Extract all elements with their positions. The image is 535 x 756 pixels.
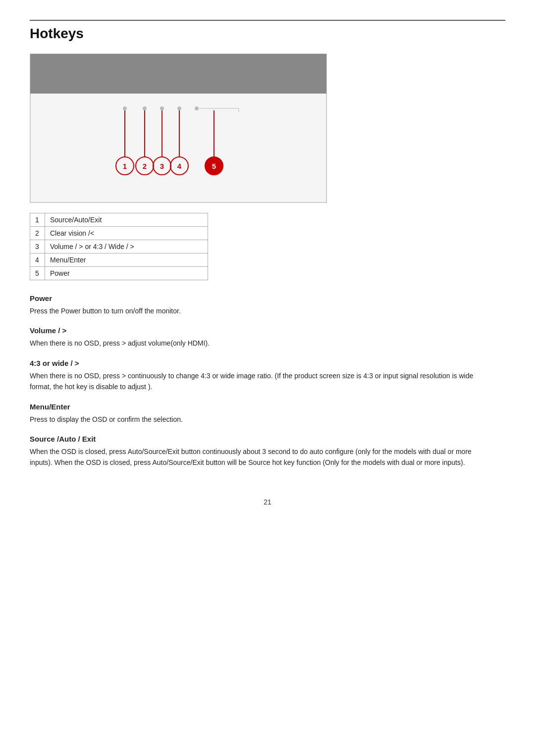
- row-label: Clear vision /<: [45, 227, 208, 240]
- row-label: Power: [45, 267, 208, 280]
- table-row: 4Menu/Enter: [30, 253, 208, 267]
- hotkey-table: 1Source/Auto/Exit2Clear vision /<3Volume…: [30, 213, 208, 280]
- top-border: [30, 20, 505, 21]
- section-ratio: 4:3 or wide / >When there is no OSD, pre…: [30, 359, 505, 393]
- table-row: 1Source/Auto/Exit: [30, 213, 208, 227]
- svg-point-4: [195, 106, 199, 110]
- section-body-volume: When there is no OSD, press > adjust vol…: [30, 338, 476, 349]
- svg-text:5: 5: [212, 162, 216, 170]
- svg-point-1: [143, 106, 147, 110]
- section-header-menu: Menu/Enter: [30, 403, 505, 411]
- monitor-bezel: 1 2 3 4 5: [30, 94, 326, 202]
- svg-text:4: 4: [177, 162, 182, 170]
- section-menu: Menu/EnterPress to display the OSD or co…: [30, 403, 505, 425]
- page-number: 21: [30, 498, 505, 506]
- svg-point-0: [123, 106, 127, 110]
- svg-text:1: 1: [123, 162, 127, 170]
- diagram-svg: 1 2 3 4 5: [31, 98, 326, 203]
- row-num: 1: [30, 213, 45, 227]
- row-num: 2: [30, 227, 45, 240]
- sections-container: PowerPress the Power button to turn on/o…: [30, 294, 505, 468]
- page-title: Hotkeys: [30, 26, 505, 42]
- section-header-ratio: 4:3 or wide / >: [30, 359, 505, 367]
- table-row: 5Power: [30, 267, 208, 280]
- monitor-diagram: 1 2 3 4 5: [30, 53, 327, 203]
- row-num: 5: [30, 267, 45, 280]
- section-body-ratio: When there is no OSD, press > continuous…: [30, 370, 476, 393]
- section-header-source: Source /Auto / Exit: [30, 435, 505, 443]
- section-volume: Volume / >When there is no OSD, press > …: [30, 326, 505, 349]
- row-num: 3: [30, 240, 45, 253]
- monitor-screen: [30, 54, 326, 94]
- table-row: 3Volume / > or 4:3 / Wide / >: [30, 240, 208, 253]
- section-body-source: When the OSD is closed, press Auto/Sourc…: [30, 446, 476, 468]
- section-power: PowerPress the Power button to turn on/o…: [30, 294, 505, 316]
- svg-point-3: [177, 106, 181, 110]
- svg-text:3: 3: [160, 162, 164, 170]
- section-body-power: Press the Power button to turn on/off th…: [30, 305, 476, 316]
- section-source: Source /Auto / ExitWhen the OSD is close…: [30, 435, 505, 468]
- section-header-volume: Volume / >: [30, 326, 505, 335]
- svg-text:2: 2: [143, 162, 147, 170]
- table-row: 2Clear vision /<: [30, 227, 208, 240]
- row-num: 4: [30, 253, 45, 267]
- section-header-power: Power: [30, 294, 505, 302]
- row-label: Source/Auto/Exit: [45, 213, 208, 227]
- row-label: Volume / > or 4:3 / Wide / >: [45, 240, 208, 253]
- section-body-menu: Press to display the OSD or confirm the …: [30, 414, 476, 425]
- row-label: Menu/Enter: [45, 253, 208, 267]
- svg-point-2: [160, 106, 164, 110]
- hotkey-diagram-svg: 1 2 3 4 5: [41, 102, 318, 197]
